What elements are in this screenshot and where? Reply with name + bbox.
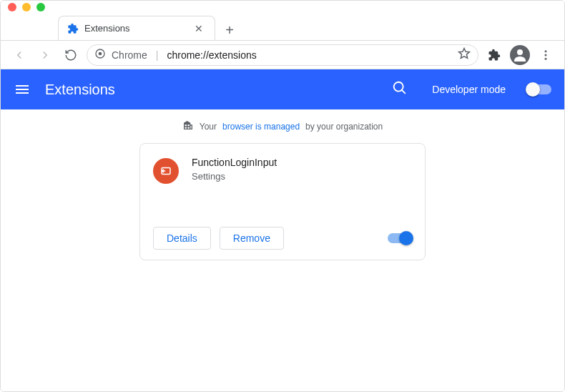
window-titlebar: [1, 1, 564, 14]
search-icon[interactable]: [392, 80, 408, 99]
omnibox[interactable]: Chrome | chrome://extensions: [87, 44, 478, 66]
close-tab-button[interactable]: ✕: [193, 21, 205, 36]
extension-card: FunctionLoginInput Settings Details Remo…: [139, 143, 426, 260]
tab-strip: Extensions ✕ +: [1, 14, 564, 41]
omnibox-url: chrome://extensions: [167, 49, 256, 61]
tab-extensions[interactable]: Extensions ✕: [58, 16, 215, 40]
extension-description: Settings: [192, 171, 412, 182]
extension-icon: [153, 158, 179, 184]
details-button[interactable]: Details: [153, 227, 211, 250]
omnibox-prefix: Chrome: [112, 49, 147, 61]
managed-prefix: Your: [200, 122, 217, 132]
extensions-menu-button[interactable]: [484, 45, 504, 65]
page-header: Extensions Developer mode: [1, 69, 564, 109]
back-button[interactable]: [9, 45, 29, 65]
extension-enable-toggle[interactable]: [388, 233, 412, 243]
forward-button[interactable]: [35, 45, 55, 65]
svg-point-5: [545, 57, 547, 59]
overflow-menu-button[interactable]: [536, 45, 556, 65]
developer-mode-label: Developer mode: [432, 84, 506, 95]
svg-point-2: [517, 49, 523, 55]
new-tab-button[interactable]: +: [220, 20, 240, 40]
svg-point-1: [99, 52, 102, 56]
tab-title: Extensions: [84, 23, 187, 34]
chrome-icon: [94, 48, 106, 62]
managed-link[interactable]: browser is managed: [222, 122, 300, 132]
reload-button[interactable]: [61, 45, 81, 65]
browser-toolbar: Chrome | chrome://extensions: [1, 41, 564, 69]
close-window-button[interactable]: [8, 3, 16, 11]
bookmark-star-icon[interactable]: [458, 47, 471, 62]
svg-point-3: [545, 50, 547, 52]
menu-icon[interactable]: [14, 81, 31, 98]
page-content: Your browser is managed by your organiza…: [1, 109, 564, 392]
building-icon: [182, 119, 194, 133]
developer-mode-toggle[interactable]: [527, 84, 551, 94]
page-title: Extensions: [45, 82, 115, 98]
svg-point-4: [545, 54, 547, 56]
omnibox-divider: |: [156, 49, 159, 61]
maximize-window-button[interactable]: [36, 3, 45, 11]
remove-button[interactable]: Remove: [220, 227, 284, 250]
plus-icon: +: [225, 22, 234, 39]
minimize-window-button[interactable]: [22, 3, 31, 11]
profile-avatar[interactable]: [510, 45, 530, 65]
puzzle-icon: [67, 23, 79, 34]
extension-name: FunctionLoginInput: [192, 157, 412, 168]
managed-suffix: by your organization: [305, 122, 383, 132]
managed-notice: Your browser is managed by your organiza…: [182, 119, 383, 133]
